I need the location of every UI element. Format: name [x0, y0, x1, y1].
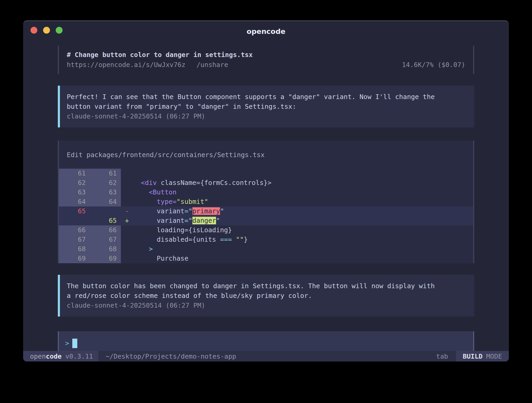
line-number-gutter: 6161 [59, 169, 121, 178]
code-token: variant [157, 217, 184, 224]
code-token: " [220, 207, 224, 215]
line-number: 66 [59, 225, 90, 235]
line-number: 64 [90, 197, 121, 206]
line-number: 63 [59, 188, 90, 197]
prompt-symbol: > [65, 339, 69, 348]
diff-row: 6464 type="submit" [59, 197, 473, 206]
code-token: = [185, 207, 188, 215]
code-token: = [185, 217, 188, 224]
code-line: disabled={units === ""} [133, 235, 473, 244]
code-line: <div className={formCs.controls}> [133, 178, 473, 188]
app-name-code: code [46, 353, 62, 360]
diff-row: 6767 disabled={units === ""} [59, 235, 473, 244]
share-url[interactable]: https://opencode.ai/s/UwJxv76z [67, 60, 186, 70]
line-number-gutter: 6363 [59, 188, 121, 197]
line-number [59, 216, 90, 225]
zoom-button[interactable] [56, 27, 63, 34]
line-number-gutter: 6464 [59, 197, 121, 206]
title-bar: opencode [23, 21, 509, 38]
code-token: danger [192, 217, 216, 224]
code-token: loading={isLoading} [157, 226, 232, 234]
code-line: variant="primary" [133, 206, 473, 216]
edit-tool-block: Edit packages/frontend/src/containers/Se… [58, 141, 474, 263]
spacer [236, 351, 436, 361]
diff-marker [121, 244, 133, 254]
code-token [133, 207, 157, 215]
diff-marker [121, 188, 133, 197]
app-version-segment: opencode v0.3.11 [23, 351, 98, 361]
diff-row: 6666 loading={isLoading} [59, 225, 473, 235]
diff-marker [121, 225, 133, 235]
code-token: "" [236, 236, 244, 243]
code-token [133, 188, 149, 196]
app-window: opencode # Change button color to danger… [23, 20, 509, 361]
code-line: Purchase [133, 254, 473, 263]
diff-row: 6262 <div className={formCs.controls}> [59, 178, 473, 188]
diff-row: 65- variant="primary" [59, 206, 473, 216]
edit-tool-title: Edit packages/frontend/src/containers/Se… [59, 141, 473, 169]
code-line: loading={isLoading} [133, 225, 473, 235]
mode-suffix: MODE [486, 353, 502, 360]
line-number: 63 [90, 188, 121, 197]
code-token [133, 179, 141, 187]
session-share-row: https://opencode.ai/s/UwJxv76z /unshare … [67, 60, 465, 70]
line-number-gutter: 65 [59, 216, 121, 225]
code-token: > [149, 245, 153, 253]
line-number: 65 [90, 216, 121, 225]
token-cost-stats: 14.6K/7% ($0.07) [402, 60, 465, 70]
code-token [133, 236, 157, 243]
diff-row: 6161 [59, 169, 473, 178]
line-number-gutter: 6767 [59, 235, 121, 244]
line-number-gutter: 6262 [59, 178, 121, 188]
line-number: 68 [59, 244, 90, 254]
code-token: " [188, 217, 192, 224]
code-token: "submit" [177, 198, 208, 205]
line-number-gutter: 6868 [59, 244, 121, 254]
message-line: The button color has been changed to dan… [67, 281, 469, 291]
code-token [133, 255, 157, 262]
session-header: # Change button color to danger in setti… [58, 46, 474, 74]
diff-marker [121, 197, 133, 206]
traffic-lights [30, 27, 63, 34]
code-token: <div [141, 179, 157, 187]
line-number-gutter: 6666 [59, 225, 121, 235]
mode-name: BUILD [463, 353, 483, 360]
unshare-command: /unshare [197, 60, 228, 70]
message-meta: claude-sonnet-4-20250514 (06:27 PM) [67, 301, 469, 310]
code-token: " [188, 207, 192, 215]
code-token [133, 226, 157, 234]
line-number: 62 [59, 178, 90, 188]
assistant-message: The button color has been changed to dan… [58, 275, 474, 317]
session-title: # Change button color to danger in setti… [67, 50, 465, 60]
code-line: type="submit" [133, 197, 473, 206]
line-number: 68 [90, 244, 121, 254]
code-token: className={formCs.controls}> [157, 179, 272, 187]
message-line: a red/rose color scheme instead of the b… [67, 291, 469, 301]
window-title: opencode [23, 21, 509, 35]
message-line: Perfect! I can see that the Button compo… [67, 92, 469, 102]
close-button[interactable] [30, 27, 37, 34]
line-number-gutter: 65 [59, 206, 121, 216]
message-meta: claude-sonnet-4-20250514 (06:27 PM) [67, 111, 469, 121]
message-text: The button color has been changed to dan… [67, 281, 469, 301]
code-token: primary [192, 207, 220, 215]
line-number: 67 [59, 235, 90, 244]
diff-rows: 61616262 <div className={formCs.controls… [59, 169, 473, 263]
message-text: Perfect! I can see that the Button compo… [67, 92, 469, 111]
code-token [133, 198, 157, 205]
code-token: variant [157, 207, 184, 215]
code-token: type= [157, 198, 176, 205]
line-number: 69 [59, 254, 90, 263]
code-token: " [216, 217, 220, 224]
code-token [232, 236, 236, 243]
line-number: 62 [90, 178, 121, 188]
diff-row: 6969 Purchase [59, 254, 473, 263]
diff-row: 65+ variant="danger" [59, 216, 473, 225]
line-number: 61 [59, 169, 90, 178]
mode-toggle[interactable]: BUILD MODE [456, 351, 509, 361]
diff-marker [121, 254, 133, 263]
code-token: Purchase [157, 255, 188, 262]
message-line: button variant from "primary" to "danger… [67, 102, 469, 111]
app-version: v0.3.11 [65, 353, 93, 360]
minimize-button[interactable] [43, 27, 50, 34]
